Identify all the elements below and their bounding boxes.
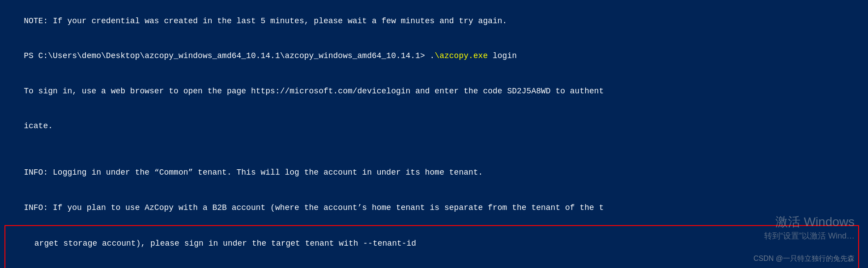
line-info-b2b: INFO: If you plan to use AzCopy with a B… [4,190,864,225]
info-b2b-text: INFO: If you plan to use AzCopy with a B… [24,203,604,212]
terminal-window: NOTE: If your credential was created in … [0,0,868,268]
watermark-area: 激活 Windows 转到“设置”以激活 Wind… [764,214,855,241]
line-boxed-2: INFO: Login succeeded. [5,261,858,268]
line-info-common: INFO: Logging in under the “Common” tena… [4,155,864,190]
line-ps-command: PS C:\Users\demo\Desktop\azcopy_windows_… [4,38,864,73]
line-boxed-1: arget storage account), please sign in u… [5,226,858,261]
line-signin-info2: icate. [4,109,864,143]
line-blank [4,143,864,155]
signin-text2: icate. [24,121,53,130]
azcopy-exe-highlight: \azcopy.exe [434,51,488,60]
line-signin-info1: To sign in, use a web browser to open th… [4,74,864,109]
boxed-text-1: arget storage account), please sign in u… [34,239,416,248]
csdn-label: CSDN @一只特立独行的兔先森 [753,254,855,264]
info-common-text: INFO: Logging in under the “Common” tena… [24,168,483,177]
red-border-box: arget storage account), please sign in u… [4,225,859,268]
note-text: NOTE: If your credential was created in … [24,17,507,25]
ps-suffix: login [488,51,517,60]
line-note: NOTE: If your credential was created in … [4,4,864,38]
signin-text1: To sign in, use a web browser to open th… [24,87,604,96]
ps-prefix: PS C:\Users\demo\Desktop\azcopy_windows_… [24,51,434,60]
watermark-activate-line1: 激活 Windows [764,214,855,230]
watermark-activate-line2: 转到“设置”以激活 Wind… [764,230,855,241]
